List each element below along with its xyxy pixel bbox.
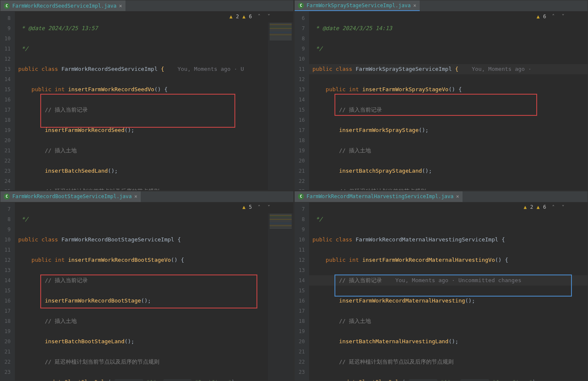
tab-bar: C FarmWorkRecordMaternalHarvestingServic… — [295, 191, 588, 202]
code-content[interactable]: */ public class FarmWorkRecordMaternalHa… — [309, 202, 588, 381]
code-content[interactable]: * @date 2024/3/25 13:57 */ public class … — [15, 11, 293, 190]
line-gutter[interactable]: 7891011121314151617181920212223 — [0, 202, 15, 381]
vcs-annotation: You, Moments ago · — [472, 66, 535, 72]
tab-label: FarmWorkRecordSeedServiceImpl.java — [12, 3, 117, 9]
java-class-icon: C — [298, 193, 304, 199]
java-class-icon: C — [4, 3, 10, 9]
nav-arrows-icon[interactable]: ˄ ˅ — [552, 204, 566, 210]
close-icon[interactable]: × — [413, 3, 416, 8]
warning-icon: ▲ — [524, 204, 527, 210]
warning-icon: ▲ — [537, 204, 540, 210]
warning-icon: ▲ — [537, 14, 540, 20]
comment: // 插入当前记录 — [45, 106, 88, 113]
code-area[interactable]: 8910111213141516171819202122232425 * @da… — [0, 11, 293, 190]
java-class-icon: C — [4, 193, 10, 199]
code-content[interactable]: * @date 2024/3/25 14:13 */ public class … — [309, 11, 588, 190]
file-tab[interactable]: C FarmWorkRecordSeedServiceImpl.java × — [0, 0, 125, 11]
line-gutter[interactable]: 7891011121314151617181920212223 — [295, 202, 309, 381]
tab-bar: C FarmWorkSprayStageServiceImpl.java × — [295, 0, 588, 11]
code-area[interactable]: 7891011121314151617181920212223 */ publi… — [295, 202, 588, 381]
java-class-icon: C — [298, 3, 304, 8]
close-icon[interactable]: × — [119, 3, 122, 9]
minimap[interactable] — [268, 213, 293, 381]
tab-label: FarmWorkRecordMaternalHarvestingServiceI… — [307, 193, 454, 199]
line-gutter[interactable]: 67891011121314151617181920212223 — [295, 11, 309, 190]
warning-icon: ▲ — [242, 204, 245, 210]
doc-comment: * @date 2024/3/25 13:57 — [18, 25, 98, 31]
doc-comment: * @date 2024/3/25 14:13 — [312, 25, 392, 31]
inspection-summary[interactable]: ▲2 ▲6 ˄ ˅ — [229, 13, 272, 20]
editor-pane-top-right: C FarmWorkSprayStageServiceImpl.java × ▲… — [294, 0, 588, 190]
vcs-annotation: You, Moments ago · U — [178, 66, 244, 72]
code-area[interactable]: 67891011121314151617181920212223 * @date… — [295, 11, 588, 190]
file-tab[interactable]: C FarmWorkRecordBootStageServiceImpl.jav… — [0, 191, 141, 202]
editor-pane-top-left: C FarmWorkRecordSeedServiceImpl.java × ▲… — [0, 0, 294, 190]
line-gutter[interactable]: 8910111213141516171819202122232425 — [0, 11, 15, 190]
method-name: insertFarmWorkRecordMaternalHarvestingVo — [362, 257, 495, 263]
tab-bar: C FarmWorkRecordBootStageServiceImpl.jav… — [0, 191, 293, 202]
warning-icon: ▲ — [242, 14, 245, 20]
tab-bar: C FarmWorkRecordSeedServiceImpl.java × — [0, 0, 293, 11]
nav-arrows-icon[interactable]: ˄ ˅ — [258, 13, 272, 20]
inspection-summary[interactable]: ▲5 ˄ ˅ — [242, 204, 272, 210]
file-tab[interactable]: C FarmWorkSprayStageServiceImpl.java × — [295, 0, 420, 11]
vcs-annotation: You, Moments ago · Uncommitted changes — [395, 277, 521, 283]
doc-comment: */ — [18, 45, 28, 52]
close-icon[interactable]: × — [134, 193, 137, 199]
method-name: insertFarmWorkRecordSeedVo — [68, 86, 154, 92]
method-name: insertFarmWorkRecordBootStageVo — [68, 257, 171, 263]
editor-pane-bottom-right: C FarmWorkRecordMaternalHarvestingServic… — [294, 191, 588, 381]
minimap[interactable] — [268, 22, 293, 190]
nav-arrows-icon[interactable]: ˄ ˅ — [258, 204, 272, 210]
code-content[interactable]: */ public class FarmWorkRecordBootStageS… — [15, 202, 293, 381]
editor-pane-bottom-left: C FarmWorkRecordBootStageServiceImpl.jav… — [0, 191, 294, 381]
nav-arrows-icon[interactable]: ˄ ˅ — [552, 13, 566, 20]
tab-label: FarmWorkRecordBootStageServiceImpl.java — [12, 193, 132, 199]
warning-icon: ▲ — [229, 14, 232, 20]
file-tab[interactable]: C FarmWorkRecordMaternalHarvestingServic… — [295, 191, 463, 202]
inspection-summary[interactable]: ▲2 ▲6 ˄ ˅ — [524, 204, 566, 210]
tab-label: FarmWorkSprayStageServiceImpl.java — [307, 3, 411, 8]
class-name: FarmWorkRecordMaternalHarvestingServiceI… — [356, 236, 499, 243]
class-name: FarmWorkRecordSeedServiceImpl — [61, 66, 158, 72]
close-icon[interactable]: × — [456, 193, 459, 199]
code-area[interactable]: 7891011121314151617181920212223 */ publi… — [0, 202, 293, 381]
class-name: FarmWorkSprayStageServiceImpl — [356, 66, 452, 72]
inspection-summary[interactable]: ▲6 ˄ ˅ — [537, 13, 566, 20]
class-name: FarmWorkRecordBootStageServiceImpl — [61, 236, 174, 243]
method-name: insertFarmWorkSprayStageVo — [362, 86, 449, 92]
